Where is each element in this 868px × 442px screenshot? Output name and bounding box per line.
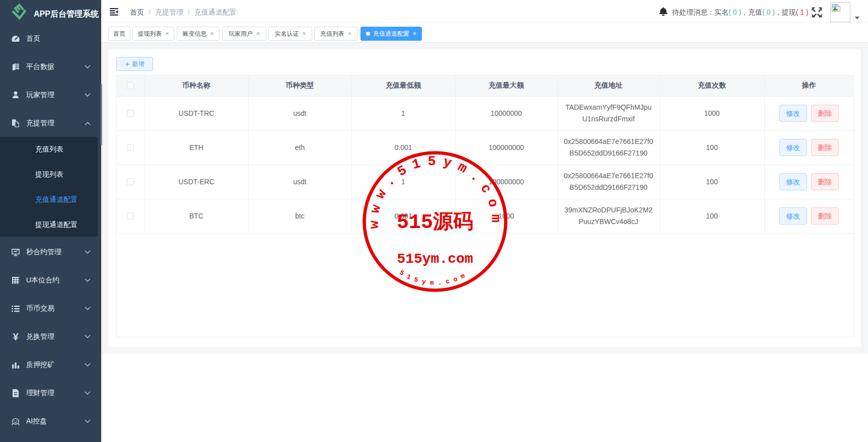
svg-text:515源码: 515源码 — [397, 211, 473, 234]
svg-text:515ym.com: 515ym.com — [397, 251, 473, 267]
